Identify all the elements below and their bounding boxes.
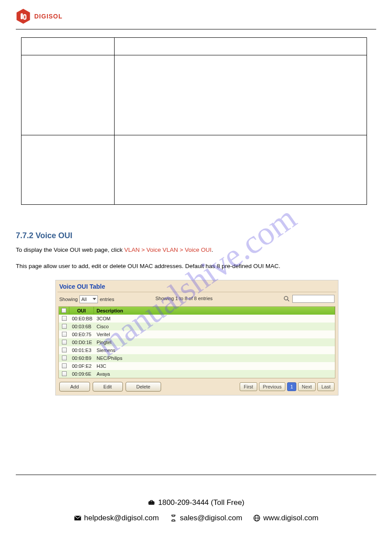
row-checkbox[interactable]	[62, 340, 67, 345]
hourglass-icon	[169, 514, 177, 522]
search-input[interactable]	[292, 295, 334, 303]
spec-table	[21, 37, 367, 205]
cell-desc: Avaya	[94, 371, 335, 377]
edit-button[interactable]: Edit	[93, 382, 123, 392]
chevron-down-icon	[93, 298, 96, 300]
cell-desc: NEC/Philips	[94, 355, 335, 361]
brand-name: DIGISOL	[34, 13, 63, 20]
svg-point-8	[153, 503, 154, 504]
delete-button[interactable]: Delete	[126, 382, 162, 392]
spec-cell	[115, 135, 367, 205]
web-contact: www.digisol.com	[253, 511, 319, 525]
entries-select-value: All	[81, 297, 86, 302]
globe-icon	[253, 514, 261, 522]
showing-label: Showing	[59, 297, 78, 302]
entries-select[interactable]: All	[79, 295, 98, 303]
table-row: 00:E0:75Veritel	[59, 330, 335, 338]
sales-text: sales@digisol.com	[180, 511, 242, 525]
body-paragraph: To display the Voice OUI web page, click…	[16, 246, 376, 255]
svg-rect-1	[21, 13, 23, 19]
cell-desc: Pingtel	[94, 340, 335, 345]
cell-oui: 00:03:6B	[69, 324, 94, 329]
cell-oui: 00:09:6E	[69, 371, 94, 377]
text: To display the Voice OUI web page, click	[16, 247, 124, 253]
phone-icon	[147, 499, 155, 507]
spec-cell	[22, 38, 115, 55]
cell-desc: H3C	[94, 363, 335, 369]
spec-cell	[115, 38, 367, 55]
cell-oui: 00:E0:75	[69, 332, 94, 337]
pager-prev[interactable]: Previous	[259, 382, 286, 391]
helpdesk-text: helpdesk@digisol.com	[84, 511, 159, 525]
body-paragraph: This page allow user to add, edit or del…	[16, 262, 376, 271]
section-heading: 7.7.2 Voice OUI	[16, 231, 376, 240]
col-header-desc: Description	[94, 307, 335, 315]
svg-point-3	[284, 296, 288, 300]
table-row: 00:03:6BCisco	[59, 323, 335, 330]
svg-line-4	[288, 300, 289, 301]
footer-divider	[16, 475, 376, 475]
brand-logo: DIGISOL	[16, 8, 376, 25]
cell-desc: Veritel	[94, 332, 335, 337]
table-row: 00:D0:1EPingtel	[59, 338, 335, 346]
helpdesk-contact: helpdesk@digisol.com	[74, 511, 159, 525]
brand-hex-icon	[16, 8, 31, 25]
cell-desc: 3COM	[94, 316, 335, 321]
spec-cell	[22, 135, 115, 205]
table-row: 00:60:B9NEC/Philips	[59, 354, 335, 362]
row-checkbox[interactable]	[62, 363, 67, 368]
spec-cell	[115, 55, 367, 135]
select-all-checkbox[interactable]	[61, 308, 66, 313]
web-text: www.digisol.com	[263, 511, 319, 525]
cell-oui: 00:E0:BB	[69, 316, 94, 321]
panel-title: Voice OUI Table	[56, 280, 338, 292]
phone-text: 1800-209-3444 (Toll Free)	[158, 496, 245, 510]
nav-path: VLAN > Voice VLAN > Voice OUI	[124, 247, 212, 253]
row-checkbox[interactable]	[62, 371, 67, 376]
col-header-oui: OUI	[69, 307, 94, 315]
table-row: 00:09:6EAvaya	[59, 370, 335, 378]
text: .	[212, 247, 213, 253]
pager-page-1[interactable]: 1	[287, 382, 296, 391]
contact-block: 1800-209-3444 (Toll Free) helpdesk@digis…	[16, 496, 376, 525]
row-checkbox[interactable]	[62, 316, 67, 321]
pager-first[interactable]: First	[240, 382, 257, 391]
table-row: 00:E0:BB3COM	[59, 315, 335, 323]
pager-next[interactable]: Next	[298, 382, 316, 391]
oui-table: OUI Description 00:E0:BB3COM 00:03:6BCis…	[58, 306, 335, 378]
embedded-screenshot: Voice OUI Table Showing All entries Show…	[55, 280, 376, 395]
table-row: 00:0F:E2H3C	[59, 362, 335, 370]
add-button[interactable]: Add	[59, 382, 90, 392]
cell-oui: 00:01:E3	[69, 348, 94, 353]
row-checkbox[interactable]	[62, 324, 67, 329]
entries-label: entries	[100, 297, 114, 302]
svg-point-6	[150, 503, 151, 504]
cell-oui: 00:D0:1E	[69, 340, 94, 345]
sales-contact: sales@digisol.com	[169, 511, 242, 525]
header-divider	[16, 29, 376, 29]
cell-oui: 00:60:B9	[69, 355, 94, 361]
spec-cell	[22, 55, 115, 135]
svg-point-7	[151, 503, 152, 504]
pager-last[interactable]: Last	[317, 382, 334, 391]
row-checkbox[interactable]	[62, 332, 67, 337]
phone-line: 1800-209-3444 (Toll Free)	[147, 496, 245, 510]
search-icon	[284, 296, 290, 302]
mail-icon	[74, 514, 82, 522]
cell-desc: Cisco	[94, 324, 335, 329]
cell-oui: 00:0F:E2	[69, 363, 94, 369]
pager: First Previous 1 Next Last	[240, 382, 334, 391]
entries-count: Showing 1 to 8 of 8 entries	[155, 296, 212, 301]
table-row: 00:01:E3Siemens	[59, 346, 335, 354]
cell-desc: Siemens	[94, 348, 335, 353]
row-checkbox[interactable]	[62, 355, 67, 360]
row-checkbox[interactable]	[62, 348, 67, 352]
